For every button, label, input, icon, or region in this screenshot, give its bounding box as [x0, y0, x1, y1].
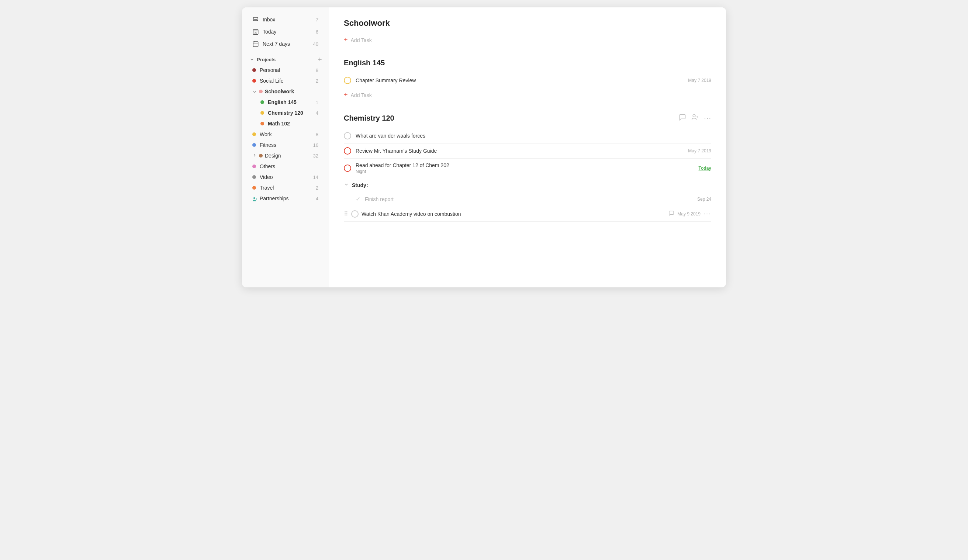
table-row: Chapter Summary Review May 7 2019: [344, 73, 711, 88]
sidebar-item-others[interactable]: Others: [245, 161, 326, 172]
schoolwork-add-task[interactable]: + Add Task: [344, 33, 711, 47]
travel-dot: [252, 186, 256, 190]
inbox-count: 7: [316, 17, 318, 23]
design-dot: [259, 154, 263, 157]
svg-point-9: [254, 197, 255, 199]
personal-dot: [252, 68, 256, 72]
next7-icon: [252, 41, 259, 47]
sidebar-item-personal[interactable]: Personal 8: [245, 65, 326, 75]
chemistry-header-row: Chemistry 120: [344, 114, 711, 123]
sidebar-item-chemistry-120[interactable]: Chemistry 120 4: [245, 108, 326, 118]
english-add-task[interactable]: + Add Task: [344, 88, 711, 102]
svg-text:21: 21: [255, 32, 257, 34]
svg-point-12: [693, 115, 695, 117]
vdw-label: What are van der waals forces: [356, 133, 707, 139]
chapter-summary-date: May 7 2019: [688, 78, 711, 83]
english-145-dot: [260, 100, 264, 104]
chemistry-header-icons: ···: [679, 114, 711, 123]
video-label: Video: [260, 174, 310, 180]
list-item: ✓ Finish report Sep 24: [344, 192, 711, 206]
table-row: What are van der waals forces: [344, 128, 711, 144]
english-145-label: English 145: [268, 99, 312, 105]
sidebar-item-partnerships[interactable]: Partnerships 4: [245, 193, 326, 204]
comment-icon[interactable]: [679, 114, 686, 123]
partnerships-label: Partnerships: [260, 196, 312, 201]
table-row: Review Mr. Yharnam's Study Guide May 7 2…: [344, 144, 711, 159]
inbox-icon: [252, 16, 259, 23]
main-content: Schoolwork + Add Task English 145 Chapte…: [329, 7, 726, 287]
schoolwork-chevron-icon: [252, 89, 257, 94]
sidebar-item-video[interactable]: Video 14: [245, 172, 326, 182]
khan-label: Watch Khan Academy video on combustion: [361, 211, 665, 217]
travel-label: Travel: [260, 185, 312, 191]
others-dot: [252, 164, 256, 168]
math-102-dot: [260, 122, 264, 126]
khan-checkbox[interactable]: [351, 210, 358, 218]
finish-report-date: Sep 24: [697, 197, 711, 202]
english-title: English 145: [344, 59, 711, 67]
khan-more-icon[interactable]: ···: [703, 210, 711, 218]
finish-report-check-icon: ✓: [356, 196, 360, 202]
partnerships-count: 4: [316, 196, 318, 201]
sidebar-item-today[interactable]: 21 Today 6: [245, 26, 326, 38]
chemistry-120-label: Chemistry 120: [268, 110, 312, 116]
projects-header: Projects: [242, 53, 329, 65]
fitness-dot: [252, 143, 256, 147]
chemistry-title: Chemistry 120: [344, 114, 679, 123]
study-group-label: Study:: [352, 182, 368, 188]
sidebar-item-inbox[interactable]: Inbox 7: [245, 14, 326, 25]
chapter-summary-label: Chapter Summary Review: [356, 78, 684, 83]
readahead-label: Read ahead for Chapter 12 of Chem 202: [356, 162, 694, 168]
sidebar-item-fitness[interactable]: Fitness 16: [245, 140, 326, 150]
design-count: 32: [313, 153, 318, 159]
sidebar-item-schoolwork[interactable]: Schoolwork: [245, 86, 326, 97]
sidebar-item-math-102[interactable]: Math 102: [245, 118, 326, 129]
social-life-dot: [252, 79, 256, 83]
inbox-label: Inbox: [263, 17, 312, 23]
drag-handle-icon[interactable]: ⠿: [344, 210, 348, 217]
social-life-count: 2: [316, 78, 318, 84]
schoolwork-plus-icon: +: [344, 36, 348, 44]
khan-date: May 9 2019: [677, 211, 701, 217]
math-102-label: Math 102: [268, 121, 315, 126]
khan-comment-icon[interactable]: [668, 210, 675, 218]
yharnam-checkbox[interactable]: [344, 147, 351, 154]
readahead-checkbox[interactable]: [344, 164, 351, 172]
sidebar-item-social-life[interactable]: Social Life 2: [245, 76, 326, 86]
vdw-checkbox[interactable]: [344, 132, 351, 139]
english-header-row: English 145: [344, 59, 711, 67]
today-count: 6: [316, 29, 318, 35]
yharnam-label: Review Mr. Yharnam's Study Guide: [356, 148, 684, 154]
sidebar-item-english-145[interactable]: English 145 1: [245, 97, 326, 107]
travel-count: 2: [316, 185, 318, 191]
sidebar-item-work[interactable]: Work 8: [245, 129, 326, 139]
sidebar: Inbox 7 21 Today 6: [242, 7, 329, 287]
table-row: Read ahead for Chapter 12 of Chem 202 Ni…: [344, 159, 711, 178]
more-options-icon[interactable]: ···: [704, 114, 711, 123]
personal-count: 8: [316, 68, 318, 73]
partnerships-icon: [252, 197, 256, 200]
sidebar-item-travel[interactable]: Travel 2: [245, 182, 326, 193]
today-label: Today: [263, 29, 312, 35]
fitness-count: 16: [313, 142, 318, 148]
chapter-summary-checkbox[interactable]: [344, 77, 351, 84]
readahead-sub-label: Night: [356, 169, 694, 174]
add-project-icon[interactable]: [317, 56, 323, 62]
video-dot: [252, 175, 256, 179]
svg-rect-3: [253, 42, 258, 47]
study-group-header[interactable]: Study:: [344, 178, 711, 192]
today-icon: 21: [252, 28, 259, 35]
design-chevron-icon: [252, 153, 257, 159]
projects-chevron-icon[interactable]: [249, 57, 255, 62]
schoolwork-title: Schoolwork: [344, 18, 711, 28]
schoolwork-section: Schoolwork + Add Task: [344, 18, 711, 47]
english-plus-icon: +: [344, 91, 348, 99]
personal-label: Personal: [260, 67, 312, 73]
add-member-icon[interactable]: [691, 114, 699, 123]
chemistry-120-dot: [260, 111, 264, 115]
fitness-label: Fitness: [260, 142, 310, 148]
next7-label: Next 7 days: [263, 41, 310, 47]
sidebar-item-next7[interactable]: Next 7 days 40: [245, 38, 326, 50]
sidebar-item-design[interactable]: Design 32: [245, 151, 326, 161]
schoolwork-add-task-label: Add Task: [351, 37, 372, 43]
